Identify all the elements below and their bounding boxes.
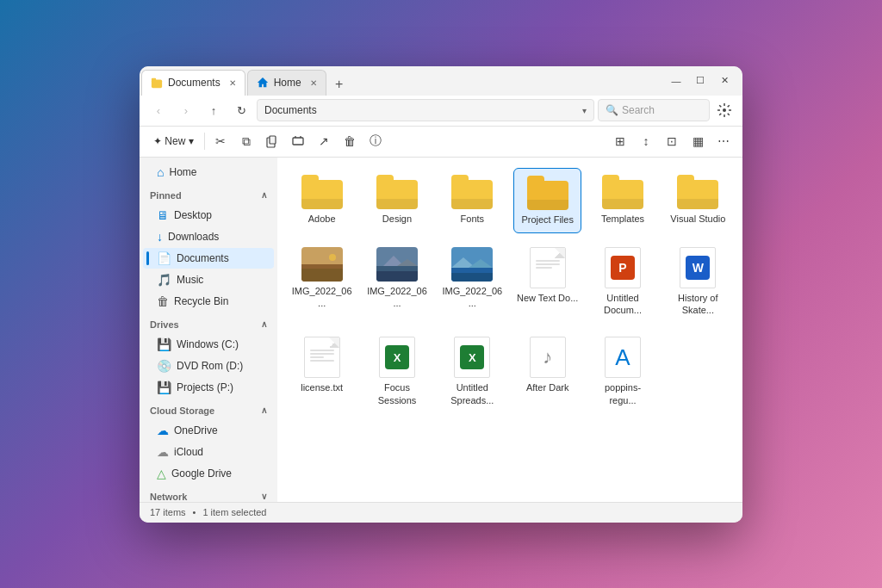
folder-design[interactable]: Design — [363, 168, 431, 233]
tab-documents-close[interactable]: ✕ — [229, 78, 236, 88]
up-button[interactable]: ↑ — [202, 98, 226, 122]
svg-point-12 — [329, 254, 336, 261]
home-icon: ⌂ — [157, 165, 164, 179]
sidebar-item-icloud[interactable]: ☁ iCloud — [143, 442, 274, 462]
svg-rect-11 — [301, 269, 343, 282]
onedrive-icon: ☁ — [157, 424, 169, 437]
excel-focus-icon: X — [379, 337, 415, 378]
back-button[interactable]: ‹ — [146, 98, 171, 122]
file-focus-sessions[interactable]: X Focus Sessions — [363, 330, 431, 413]
refresh-button[interactable]: ↻ — [229, 98, 253, 122]
svg-rect-17 — [376, 271, 418, 282]
search-bar[interactable]: 🔍 Search — [598, 99, 710, 121]
folder-visual-studio[interactable]: Visual Studio — [664, 168, 732, 233]
tab-home-close[interactable]: ✕ — [310, 78, 317, 88]
address-bar[interactable]: Documents ▾ — [257, 99, 594, 121]
file-content: Adobe Design Fonts — [277, 158, 742, 502]
rename-button[interactable] — [286, 129, 310, 153]
more-button[interactable]: ⋯ — [711, 129, 736, 153]
sidebar-gdrive-label: Google Drive — [171, 467, 232, 480]
pinned-chevron-icon[interactable]: ∧ — [261, 190, 267, 200]
folder-design-label: Design — [382, 213, 412, 225]
sidebar: ⌂ Home Pinned ∧ 🖥 Desktop 📌 ↓ Downloads … — [140, 158, 277, 502]
file-new-text-doc[interactable]: New Text Do... — [513, 240, 581, 324]
file-img3[interactable]: IMG_2022_06... — [438, 240, 506, 324]
address-dropdown-icon[interactable]: ▾ — [582, 106, 587, 115]
file-poppins-regu[interactable]: A poppins-regu... — [588, 330, 656, 413]
new-tab-button[interactable]: + — [328, 73, 351, 96]
sort-button[interactable]: ↕ — [634, 129, 658, 153]
svg-point-2 — [723, 108, 726, 112]
tab-home[interactable]: Home ✕ — [247, 70, 326, 96]
explorer-window: Documents ✕ Home ✕ + — ☐ ✕ ‹ › ↑ ↻ Docum… — [140, 66, 742, 523]
sidebar-item-music[interactable]: 🎵 Music 📌 — [143, 269, 274, 290]
pinned-label: Pinned — [150, 190, 182, 201]
file-history-skate[interactable]: W History of Skate... — [664, 240, 732, 324]
group-button[interactable]: ⊡ — [660, 129, 684, 153]
folder-project-files-label: Project Files — [521, 214, 574, 226]
untitled-spreads-label: Untitled Spreads... — [442, 381, 503, 406]
network-chevron-icon[interactable]: ∨ — [261, 492, 267, 501]
item-count: 17 items — [150, 507, 186, 517]
drives-label: Drives — [150, 319, 179, 330]
sidebar-item-projects-p[interactable]: 💾 Projects (P:) — [143, 377, 274, 398]
view-large-button[interactable]: ⊞ — [608, 129, 632, 153]
file-untitled-docum[interactable]: P Untitled Docum... — [588, 240, 656, 324]
file-license-txt[interactable]: license.txt — [288, 330, 356, 413]
new-button-label: ✦ New — [153, 135, 185, 147]
ppt-badge: P — [611, 256, 635, 280]
settings-button[interactable] — [713, 99, 736, 121]
folder-project-files[interactable]: Project Files — [513, 168, 581, 233]
font-letter-icon: A — [615, 344, 630, 371]
info-button[interactable]: ⓘ — [363, 129, 388, 153]
pinned-section-header: Pinned ∧ — [140, 183, 277, 204]
license-txt-icon — [304, 337, 340, 378]
sidebar-item-onedrive[interactable]: ☁ OneDrive — [143, 420, 274, 441]
view-toggle-button[interactable]: ▦ — [686, 129, 710, 153]
minimize-button[interactable]: — — [665, 70, 687, 92]
forward-button[interactable]: › — [174, 98, 198, 122]
folder-templates[interactable]: Templates — [588, 168, 656, 233]
search-icon: 🔍 — [606, 104, 618, 116]
close-button[interactable]: ✕ — [713, 70, 736, 92]
folder-adobe[interactable]: Adobe — [288, 168, 356, 233]
folder-adobe-label: Adobe — [308, 213, 336, 225]
separator-1 — [204, 133, 205, 150]
sidebar-item-gdrive[interactable]: △ Google Drive — [143, 463, 274, 484]
tab-documents[interactable]: Documents ✕ — [141, 70, 245, 96]
file-untitled-spreads[interactable]: X Untitled Spreads... — [438, 330, 506, 413]
sidebar-item-home[interactable]: ⌂ Home — [143, 162, 274, 183]
poppins-font-icon: A — [605, 337, 641, 378]
navigation-toolbar: ‹ › ↑ ↻ Documents ▾ 🔍 Search — [140, 96, 742, 127]
maximize-button[interactable]: ☐ — [689, 70, 711, 92]
share-button[interactable]: ↗ — [312, 129, 336, 153]
delete-button[interactable]: 🗑 — [338, 129, 362, 153]
sidebar-item-documents[interactable]: 📄 Documents 📌 — [143, 248, 274, 269]
adobe-folder-icon — [301, 175, 343, 209]
sidebar-item-downloads[interactable]: ↓ Downloads 📌 — [143, 226, 274, 247]
folder-fonts[interactable]: Fonts — [438, 168, 506, 233]
sidebar-item-windows-c[interactable]: 💾 Windows (C:) — [143, 334, 274, 355]
selection-info: 1 item selected — [202, 507, 266, 517]
sidebar-windows-c-label: Windows (C:) — [177, 338, 239, 350]
drives-chevron-icon[interactable]: ∧ — [261, 319, 267, 329]
paste-button[interactable] — [260, 129, 284, 153]
drive-c-icon: 💾 — [157, 337, 171, 351]
sidebar-item-desktop[interactable]: 🖥 Desktop 📌 — [143, 205, 274, 226]
cut-button[interactable]: ✂ — [208, 129, 233, 153]
desktop-icon: 🖥 — [157, 208, 169, 222]
cloud-chevron-icon[interactable]: ∧ — [261, 405, 267, 415]
new-button[interactable]: ✦ New ▾ — [146, 129, 201, 153]
sidebar-onedrive-label: OneDrive — [174, 424, 218, 436]
sidebar-item-dvd-d[interactable]: 💿 DVD Rom (D:) — [143, 356, 274, 376]
copy-button[interactable]: ⧉ — [234, 129, 258, 153]
recycle-icon: 🗑 — [157, 294, 169, 308]
word-badge: W — [686, 256, 710, 280]
file-after-dark[interactable]: ♪ After Dark — [513, 330, 581, 413]
sidebar-item-recycle[interactable]: 🗑 Recycle Bin 📌 — [143, 291, 274, 312]
text-doc-icon — [530, 247, 566, 288]
file-img2[interactable]: IMG_2022_06... — [363, 240, 431, 324]
sidebar-home-label: Home — [169, 166, 196, 178]
file-img1[interactable]: IMG_2022_06... — [288, 240, 356, 324]
fonts-folder-icon — [451, 175, 493, 209]
